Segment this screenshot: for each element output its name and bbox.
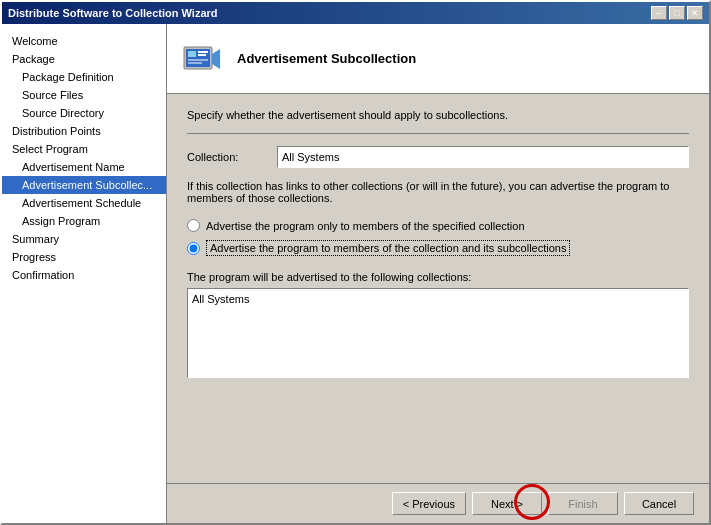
svg-rect-3 (198, 51, 208, 53)
sidebar-item-source-files[interactable]: Source Files (2, 86, 166, 104)
content-area: Welcome Package Package Definition Sourc… (2, 24, 709, 523)
radio-option2[interactable] (187, 242, 200, 255)
collections-list-label: The program will be advertised to the fo… (187, 271, 689, 283)
sidebar-item-advertisement-schedule[interactable]: Advertisement Schedule (2, 194, 166, 212)
sidebar-item-advertisement-subcollection[interactable]: Advertisement Subcollec... (2, 176, 166, 194)
radio-option2-label[interactable]: Advertise the program to members of the … (206, 240, 570, 256)
collection-label: Collection: (187, 151, 277, 163)
finish-button[interactable]: Finish (548, 492, 618, 515)
window-controls: ─ □ ✕ (651, 6, 703, 20)
sidebar-item-distribution-points[interactable]: Distribution Points (2, 122, 166, 140)
svg-marker-7 (212, 49, 220, 69)
radio-row-2: Advertise the program to members of the … (187, 240, 689, 256)
sidebar-item-advertisement-name[interactable]: Advertisement Name (2, 158, 166, 176)
previous-button[interactable]: < Previous (392, 492, 466, 515)
radio-option1[interactable] (187, 219, 200, 232)
svg-rect-4 (198, 54, 206, 56)
close-button[interactable]: ✕ (687, 6, 703, 20)
cancel-button[interactable]: Cancel (624, 492, 694, 515)
sidebar-item-select-program[interactable]: Select Program (2, 140, 166, 158)
sidebar-item-summary[interactable]: Summary (2, 230, 166, 248)
sidebar-item-package[interactable]: Package (2, 50, 166, 68)
collection-field-row: Collection: (187, 146, 689, 168)
minimize-button[interactable]: ─ (651, 6, 667, 20)
main-window: Distribute Software to Collection Wizard… (0, 0, 711, 525)
svg-rect-6 (188, 62, 202, 64)
collections-list-box: All Systems (187, 288, 689, 378)
header-title: Advertisement Subcollection (237, 51, 416, 66)
svg-rect-2 (188, 51, 196, 57)
sidebar-item-assign-program[interactable]: Assign Program (2, 212, 166, 230)
next-button[interactable]: Next > (472, 492, 542, 515)
sidebar-item-confirmation[interactable]: Confirmation (2, 266, 166, 284)
title-bar: Distribute Software to Collection Wizard… (2, 2, 709, 24)
main-panel: Advertisement Subcollection Specify whet… (167, 24, 709, 523)
sidebar-item-package-definition[interactable]: Package Definition (2, 68, 166, 86)
body: Specify whether the advertisement should… (167, 94, 709, 483)
sidebar-item-progress[interactable]: Progress (2, 248, 166, 266)
svg-rect-5 (188, 59, 208, 61)
separator (187, 133, 689, 134)
info-text: If this collection has links to other co… (187, 180, 689, 204)
sidebar-item-source-directory[interactable]: Source Directory (2, 104, 166, 122)
footer: < Previous Next > Finish Cancel (167, 483, 709, 523)
collection-input[interactable] (277, 146, 689, 168)
sidebar: Welcome Package Package Definition Sourc… (2, 24, 167, 523)
radio-row-1: Advertise the program only to members of… (187, 219, 689, 232)
radio-group: Advertise the program only to members of… (187, 219, 689, 256)
collections-list-value: All Systems (192, 293, 249, 305)
window-title: Distribute Software to Collection Wizard (8, 7, 218, 19)
sidebar-item-welcome[interactable]: Welcome (2, 32, 166, 50)
radio-option1-label[interactable]: Advertise the program only to members of… (206, 220, 525, 232)
header: Advertisement Subcollection (167, 24, 709, 94)
description-text: Specify whether the advertisement should… (187, 109, 689, 121)
maximize-button[interactable]: □ (669, 6, 685, 20)
wizard-icon (182, 39, 222, 79)
